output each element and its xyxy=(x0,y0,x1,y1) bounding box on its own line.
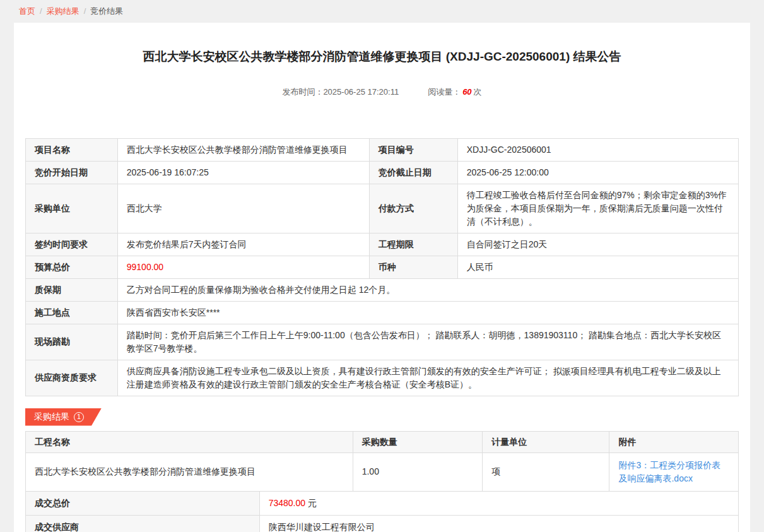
total-price-row: 成交总价 73480.00元 xyxy=(26,491,739,515)
info-value-cell: 供应商应具备消防设施工程专业承包二级及以上资质，具有建设行政主管部门颁发的有效的… xyxy=(117,360,738,396)
supplier-row: 成交供应商 陕西华川建设工程有限公司 xyxy=(26,515,739,532)
result-item-unit: 项 xyxy=(483,452,609,491)
views-label: 阅读量： xyxy=(428,87,461,97)
breadcrumb-home-link[interactable]: 首页 xyxy=(19,6,35,16)
result-table-body: 西北大学长安校区公共教学楼部分消防管道维修更换项目1.00项附件3：工程类分项报… xyxy=(26,452,739,491)
info-table-row: 供应商资质要求供应商应具备消防设施工程专业承包二级及以上资质，具有建设行政主管部… xyxy=(26,360,739,396)
info-value-cell: 2025-06-25 12:00:00 xyxy=(457,161,738,184)
info-value-cell: XDJJ-GC-202506001 xyxy=(457,138,738,161)
supplier-label: 成交供应商 xyxy=(26,515,260,532)
info-value-cell: 陕西省西安市长安区**** xyxy=(117,301,738,324)
attachment-link[interactable]: 附件3：工程类分项报价表及响应偏离表.docx xyxy=(618,460,720,483)
info-value-cell: 自合同签订之日20天 xyxy=(457,233,738,256)
info-label-cell: 币种 xyxy=(369,256,457,278)
total-price-value: 73480.00 xyxy=(269,498,305,508)
result-table-head-row: 工程名称采购数量计量单位附件 xyxy=(26,431,739,452)
info-value-cell: 乙方对合同工程的质量保修期为验收合格并交付使用之日起 12个月。 xyxy=(117,278,738,301)
info-table-row: 质保期乙方对合同工程的质量保修期为验收合格并交付使用之日起 12个月。 xyxy=(26,278,739,301)
breadcrumb-current: 竞价结果 xyxy=(90,6,123,16)
purchase-result-badge: 采购结果 1 xyxy=(25,408,102,426)
announcement-card: 西北大学长安校区公共教学楼部分消防管道维修更换项目 (XDJJ-GC-20250… xyxy=(14,23,750,532)
views-count: 60 xyxy=(462,87,471,97)
result-column-header: 附件 xyxy=(609,431,739,452)
info-label-cell: 签约时间要求 xyxy=(26,233,118,256)
info-value-cell: 踏勘时间：竞价开启后第三个工作日上午上午9:00-11:00（包含公告发布日）；… xyxy=(117,324,738,360)
views-unit: 次 xyxy=(474,87,482,97)
purchase-result-badge-label: 采购结果 xyxy=(34,411,69,423)
purchase-result-badge-number: 1 xyxy=(74,412,84,422)
info-table-row: 现场踏勘踏勘时间：竞价开启后第三个工作日上午上午9:00-11:00（包含公告发… xyxy=(26,324,739,360)
info-value-cell: 2025-06-19 16:07:25 xyxy=(117,161,369,184)
total-price-label: 成交总价 xyxy=(26,491,260,515)
page-title: 西北大学长安校区公共教学楼部分消防管道维修更换项目 (XDJJ-GC-20250… xyxy=(25,23,739,66)
info-label-cell: 采购单位 xyxy=(26,184,118,233)
info-value-cell: 西北大学 xyxy=(117,184,369,233)
info-label-cell: 竞价开始日期 xyxy=(26,161,118,184)
announcement-meta: 发布时间：2025-06-25 17:20:11阅读量：60次 xyxy=(25,86,739,98)
result-column-header: 计量单位 xyxy=(483,431,609,452)
breadcrumb-separator: / xyxy=(84,6,86,16)
info-table-row: 项目名称西北大学长安校区公共教学楼部分消防管道维修更换项目项目编号XDJJ-GC… xyxy=(26,138,739,161)
info-label-cell: 项目编号 xyxy=(369,138,457,161)
total-price-cell: 73480.00元 xyxy=(259,491,738,515)
info-table-row: 施工地点陕西省西安市长安区**** xyxy=(26,301,739,324)
info-value-cell: 发布竞价结果后7天内签订合同 xyxy=(117,233,369,256)
result-item-attachment-cell: 附件3：工程类分项报价表及响应偏离表.docx xyxy=(609,452,739,491)
info-value-cell: 人民币 xyxy=(457,256,738,278)
result-column-header: 采购数量 xyxy=(353,431,483,452)
publish-time-value: 2025-06-25 17:20:11 xyxy=(323,87,399,97)
views-group: 阅读量：60次 xyxy=(428,87,481,97)
breadcrumb: 首页/采购结果/竞价结果 xyxy=(0,0,764,23)
result-column-header: 工程名称 xyxy=(26,431,353,452)
publish-time-label: 发布时间： xyxy=(282,87,323,97)
info-value-cell: 西北大学长安校区公共教学楼部分消防管道维修更换项目 xyxy=(117,138,369,161)
info-label-cell: 竞价截止日期 xyxy=(369,161,457,184)
info-value-cell: 待工程竣工验收合格后付至合同金额的97%；剩余审定金额的3%作为质保金，本项目质… xyxy=(457,184,738,233)
info-value-cell: 99100.00 xyxy=(117,256,369,278)
info-label-cell: 付款方式 xyxy=(369,184,457,233)
info-table-row: 预算总价99100.00币种人民币 xyxy=(26,256,739,278)
purchase-result-footer-table: 成交总价 73480.00元 成交供应商 陕西华川建设工程有限公司 xyxy=(25,491,739,532)
info-label-cell: 质保期 xyxy=(26,278,118,301)
info-label-cell: 工程期限 xyxy=(369,233,457,256)
result-item-name: 西北大学长安校区公共教学楼部分消防管道维修更换项目 xyxy=(26,452,353,491)
breadcrumb-purchase-results-link[interactable]: 采购结果 xyxy=(47,6,79,16)
supplier-name: 陕西华川建设工程有限公司 xyxy=(259,515,738,532)
info-table-body: 项目名称西北大学长安校区公共教学楼部分消防管道维修更换项目项目编号XDJJ-GC… xyxy=(26,138,739,396)
result-item-quantity: 1.00 xyxy=(353,452,483,491)
info-label-cell: 施工地点 xyxy=(26,301,118,324)
info-table-row: 签约时间要求发布竞价结果后7天内签订合同工程期限自合同签订之日20天 xyxy=(26,233,739,256)
info-label-cell: 现场踏勘 xyxy=(26,324,118,360)
breadcrumb-separator: / xyxy=(40,6,42,16)
info-label-cell: 项目名称 xyxy=(26,138,118,161)
info-label-cell: 供应商资质要求 xyxy=(26,360,118,396)
purchase-result-table: 工程名称采购数量计量单位附件 西北大学长安校区公共教学楼部分消防管道维修更换项目… xyxy=(25,431,739,492)
info-label-cell: 预算总价 xyxy=(26,256,118,278)
result-item-row: 西北大学长安校区公共教学楼部分消防管道维修更换项目1.00项附件3：工程类分项报… xyxy=(26,452,739,491)
info-table-row: 采购单位西北大学付款方式待工程竣工验收合格后付至合同金额的97%；剩余审定金额的… xyxy=(26,184,739,233)
info-table-row: 竞价开始日期2025-06-19 16:07:25竞价截止日期2025-06-2… xyxy=(26,161,739,184)
project-info-table: 项目名称西北大学长安校区公共教学楼部分消防管道维修更换项目项目编号XDJJ-GC… xyxy=(25,138,739,396)
total-price-unit: 元 xyxy=(308,498,317,508)
